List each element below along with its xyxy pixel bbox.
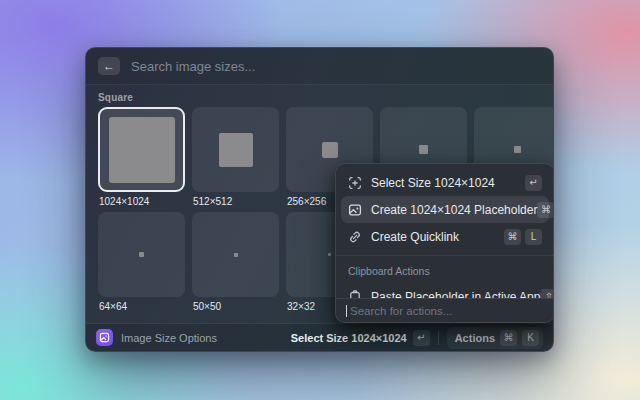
actions-button-label: Actions bbox=[455, 332, 495, 344]
status-bar: Image Size Options Select Size 1024×1024… bbox=[86, 323, 553, 351]
tile-64x64[interactable] bbox=[98, 212, 185, 297]
image-size-options-window: ← Search image sizes... Square 1024×1024 bbox=[85, 47, 554, 352]
tile-1024x1024[interactable] bbox=[98, 107, 185, 192]
square-glyph bbox=[322, 142, 338, 158]
select-size-icon bbox=[348, 176, 362, 190]
square-glyph bbox=[328, 253, 331, 256]
action-label: Create 1024×1024 Placeholder bbox=[371, 203, 537, 217]
search-bar: ← Search image sizes... bbox=[86, 48, 553, 85]
panel-divider bbox=[336, 255, 554, 256]
tile-50x50[interactable] bbox=[192, 212, 279, 297]
actions-button[interactable]: Actions ⌘ K bbox=[447, 327, 543, 349]
back-arrow-icon: ← bbox=[103, 60, 115, 72]
primary-action-button[interactable]: Select Size 1024×1024 ↵ bbox=[291, 330, 430, 346]
key-cmd: ⌘ bbox=[504, 229, 521, 245]
primary-action-label: Select Size 1024×1024 bbox=[291, 332, 407, 344]
key-k: K bbox=[522, 330, 539, 346]
action-create-placeholder[interactable]: Create 1024×1024 Placeholder ⌘ ↵ bbox=[341, 196, 549, 223]
key-return: ↵ bbox=[413, 330, 430, 346]
square-glyph bbox=[234, 253, 238, 257]
text-caret bbox=[346, 305, 347, 317]
tile-label: 512×512 bbox=[192, 192, 279, 212]
image-size-options-app-icon bbox=[96, 329, 113, 346]
action-label: Select Size 1024×1024 bbox=[371, 176, 495, 190]
image-icon bbox=[348, 203, 362, 217]
action-create-quicklink[interactable]: Create Quicklink ⌘ L bbox=[341, 223, 549, 250]
link-icon bbox=[348, 230, 362, 244]
square-glyph bbox=[109, 117, 175, 183]
square-glyph bbox=[419, 145, 428, 154]
actions-search-input[interactable]: Search for actions... bbox=[336, 298, 554, 322]
clipboard-actions-header: Clipboard Actions bbox=[336, 261, 554, 283]
status-bar-divider bbox=[438, 331, 439, 345]
tile-label: 1024×1024 bbox=[98, 192, 185, 212]
actions-search-placeholder: Search for actions... bbox=[350, 305, 452, 317]
key-cmd: ⌘ bbox=[537, 202, 554, 218]
square-glyph bbox=[139, 252, 144, 257]
square-glyph bbox=[219, 133, 253, 167]
back-button[interactable]: ← bbox=[98, 57, 120, 75]
key-cmd: ⌘ bbox=[500, 330, 517, 346]
desktop-backdrop: ← Search image sizes... Square 1024×1024 bbox=[0, 0, 640, 400]
key-return: ↵ bbox=[525, 175, 542, 191]
search-input[interactable]: Search image sizes... bbox=[131, 59, 255, 74]
app-name: Image Size Options bbox=[121, 332, 217, 344]
key-l: L bbox=[525, 229, 542, 245]
actions-panel: Select Size 1024×1024 ↵ Create 1024×1024… bbox=[335, 163, 554, 323]
tile-label: 50×50 bbox=[192, 297, 279, 317]
section-title: Square bbox=[98, 91, 541, 107]
square-glyph bbox=[514, 146, 521, 153]
action-select-size[interactable]: Select Size 1024×1024 ↵ bbox=[341, 169, 549, 196]
tile-512x512[interactable] bbox=[192, 107, 279, 192]
tile-label: 64×64 bbox=[98, 297, 185, 317]
action-label: Create Quicklink bbox=[371, 230, 459, 244]
